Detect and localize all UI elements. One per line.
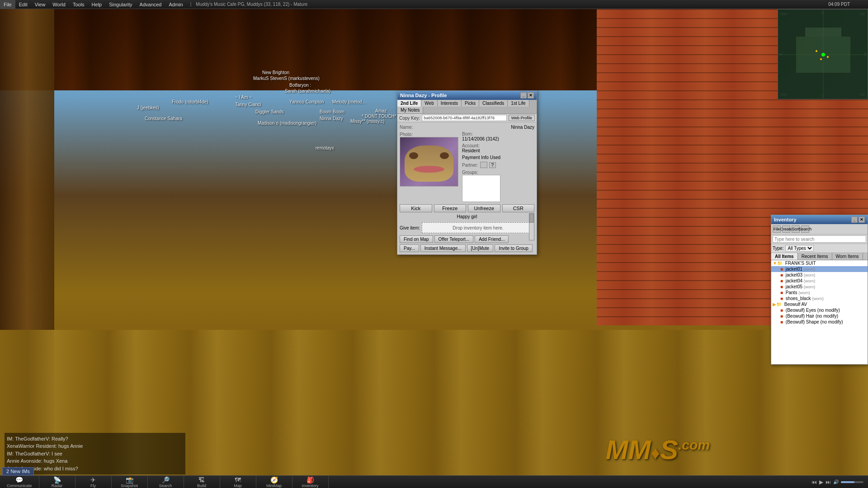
- media-play-btn[interactable]: ▶: [819, 479, 823, 485]
- map-tool[interactable]: 🗺 Map: [220, 476, 256, 488]
- tab-picks[interactable]: Picks: [462, 100, 479, 107]
- avatar-label: ~ I Am ~: [235, 95, 252, 100]
- inventory-close-btn[interactable]: ✕: [859, 216, 865, 223]
- item-icon: ■: [780, 308, 783, 313]
- groups-label: Groups:: [462, 170, 500, 175]
- profile-right-info: Born: 11/14/2006 (3142) Account: Residen…: [462, 131, 500, 202]
- avatar-label: Amaz: [375, 108, 387, 113]
- item-name: Pants: [786, 290, 797, 295]
- type-filter-row: Type: All Types: [771, 244, 868, 253]
- inventory-item-shoes-black[interactable]: ■ shoes_black (worn): [771, 296, 868, 301]
- scroll-thumb[interactable]: [529, 214, 534, 223]
- item-icon: ■: [780, 272, 783, 277]
- inventory-item-beowulf-hair[interactable]: ■ (Beowulf) Hair (no modify): [771, 313, 868, 319]
- account-value: Resident: [462, 148, 500, 153]
- inventory-tool[interactable]: 🎒 Inventory: [292, 476, 329, 488]
- menu-view[interactable]: View: [31, 0, 49, 9]
- search-row: [771, 235, 868, 244]
- copy-key-value[interactable]: ba652008-b670-4f9a-8f8f-4a182ff13f76: [422, 115, 507, 121]
- inventory-titlebar: Inventory _ ✕: [771, 215, 868, 224]
- tab-interests[interactable]: Interests: [438, 100, 462, 107]
- item-worn-badge: (worn): [804, 285, 816, 289]
- im-notification[interactable]: 2 New IMs: [2, 467, 34, 475]
- unfreeze-button[interactable]: Unfreeze: [468, 204, 500, 212]
- profile-close-btn[interactable]: ✕: [528, 92, 534, 99]
- inventory-folder-beowulf[interactable]: ▶📁 Beowulf AV: [771, 301, 868, 307]
- inventory-item-jacket01[interactable]: ■ jacket01 (worn): [771, 266, 868, 272]
- build-tool[interactable]: 🏗 Build: [184, 476, 220, 488]
- tab-web[interactable]: Web: [421, 100, 437, 107]
- tab-mynotes[interactable]: My Notes: [397, 107, 423, 113]
- partner-help-btn[interactable]: ?: [489, 162, 496, 168]
- media-next-btn[interactable]: ⏭: [826, 479, 831, 485]
- folder-name: FRANK'S SUIT: [785, 261, 816, 266]
- menu-advanced[interactable]: Advanced: [136, 0, 165, 9]
- volume-slider[interactable]: [841, 481, 863, 483]
- communicate-tool[interactable]: 💬 Communicate: [0, 476, 39, 488]
- inventory-item-jacket04[interactable]: ■ jacket04 (worn): [771, 278, 868, 284]
- inventory-item-beowulf-eyes[interactable]: ■ (Beowulf) Eyes (no modify): [771, 307, 868, 313]
- media-prev-btn[interactable]: ⏮: [811, 479, 817, 485]
- inventory-item-beowulf-shape[interactable]: ■ (Beowulf) Shape (no modify): [771, 319, 868, 325]
- radar-tool[interactable]: 📡 Radar: [39, 476, 75, 488]
- minimap-tool[interactable]: 🧭 MiniMap: [256, 476, 292, 488]
- avatar-label: Yannco Compton: [289, 99, 324, 104]
- find-on-map-button[interactable]: Find on Map: [400, 235, 433, 243]
- tab-recent-items[interactable]: Recent Items: [798, 253, 832, 260]
- menu-tools[interactable]: Tools: [69, 0, 88, 9]
- minimap-label: MiniMap: [266, 483, 282, 488]
- profile-name-row: Name: Ninna Dazy: [400, 125, 534, 130]
- invite-to-group-button[interactable]: Invite to Group: [495, 244, 533, 252]
- map-icon: 🗺: [235, 476, 241, 483]
- inventory-item-pants[interactable]: ■ Pants (worn): [771, 290, 868, 296]
- kick-button[interactable]: Kick: [400, 204, 432, 212]
- offer-teleport-button[interactable]: Offer Teleport...: [434, 235, 474, 243]
- tab-2ndlife[interactable]: 2nd Life: [397, 100, 421, 107]
- avatar-label: J (jeebkes): [137, 105, 159, 110]
- profile-bottom-buttons: Find on Map Offer Teleport... Add Friend…: [400, 235, 534, 243]
- inv-create-btn[interactable]: Create: [782, 225, 790, 233]
- type-filter-select[interactable]: All Types: [785, 245, 814, 252]
- search-tool[interactable]: 🔎 Search: [148, 476, 184, 488]
- scrollbar[interactable]: [529, 213, 534, 240]
- csr-button[interactable]: CSR: [502, 204, 535, 212]
- avatar-label: Ninna Dazy: [320, 116, 343, 121]
- menu-singularity[interactable]: Singularity: [105, 0, 136, 9]
- freeze-button[interactable]: Freeze: [434, 204, 467, 212]
- drop-inventory-box[interactable]: Drop inventory item here.: [422, 222, 534, 233]
- inventory-item-jacket03[interactable]: ■ jacket03 (worn): [771, 272, 868, 278]
- profile-minimize-btn[interactable]: _: [520, 92, 527, 99]
- snapshot-tool[interactable]: 📸 Snapshot: [112, 476, 148, 488]
- media-volume: 🔊: [833, 479, 839, 484]
- inv-file-btn[interactable]: File: [773, 225, 781, 233]
- tab-1stlife[interactable]: 1st Life: [508, 100, 529, 107]
- inventory-minimize-btn[interactable]: _: [851, 216, 858, 223]
- folder-icon: ▶📁: [773, 302, 782, 307]
- item-icon: ■: [780, 284, 783, 289]
- item-icon: ■: [780, 296, 783, 301]
- inv-search-btn[interactable]: Search: [801, 225, 809, 233]
- pay-button[interactable]: Pay...: [400, 244, 419, 252]
- item-worn-badge: (worn): [798, 291, 810, 295]
- menu-edit[interactable]: Edit: [15, 0, 31, 9]
- tab-all-items[interactable]: All Items: [771, 253, 798, 260]
- web-profile-button[interactable]: Web Profile: [509, 115, 535, 121]
- menu-file[interactable]: File: [0, 0, 15, 9]
- instant-message-button[interactable]: Instant Message...: [420, 244, 466, 252]
- inventory-folder-franks-suit[interactable]: ▼📁 FRANK'S SUIT: [771, 260, 868, 266]
- tab-classifieds[interactable]: Classifieds: [479, 100, 508, 107]
- minimap: N NE E SE S SW W NW: [778, 9, 868, 99]
- avatar-label: Tanny Cianci: [235, 102, 261, 107]
- unmute-button[interactable]: [Un]Mute: [467, 244, 494, 252]
- menu-world[interactable]: World: [49, 0, 69, 9]
- inventory-search-input[interactable]: [773, 235, 866, 243]
- minimap-icon: 🧭: [270, 476, 278, 483]
- tab-worn-items[interactable]: Worn Items: [832, 253, 863, 260]
- add-friend-button[interactable]: Add Friend...: [475, 235, 509, 243]
- partner-checkbox[interactable]: [480, 162, 487, 168]
- menu-help[interactable]: Help: [88, 0, 106, 9]
- fly-tool[interactable]: ✈ Fly: [75, 476, 112, 488]
- item-icon: ■: [780, 278, 783, 283]
- menu-admin[interactable]: Admin: [165, 0, 187, 9]
- inventory-item-jacket05[interactable]: ■ jacket05 (worn): [771, 284, 868, 290]
